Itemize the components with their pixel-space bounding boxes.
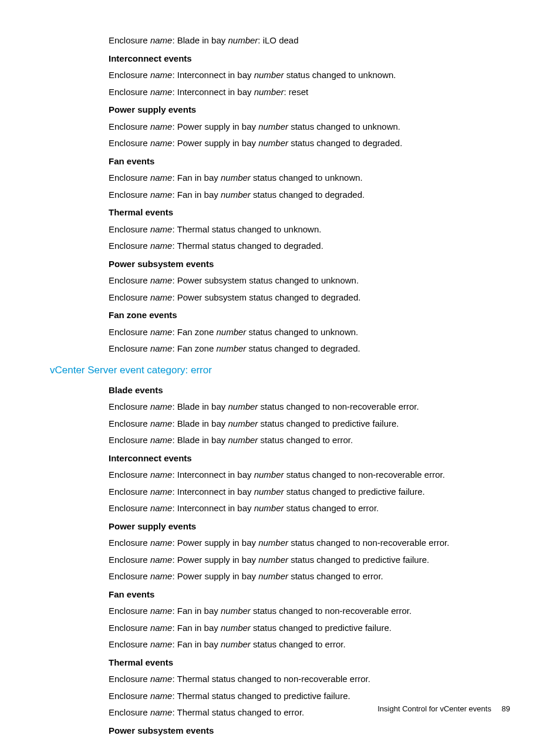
heading-power-sub: Power subsystem events bbox=[109, 723, 510, 740]
footer-text: Insight Control for vCenter events bbox=[377, 704, 491, 713]
event-line: Enclosure name: Interconnect in bay numb… bbox=[109, 467, 510, 484]
event-line: Enclosure name: Interconnect in bay numb… bbox=[109, 84, 510, 101]
heading-power-supply: Power supply events bbox=[109, 102, 510, 119]
heading-interconnect: Interconnect events bbox=[109, 450, 510, 467]
event-line: Enclosure name: Fan in bay number status… bbox=[109, 636, 510, 653]
event-line: Enclosure name: Fan in bay number status… bbox=[109, 187, 510, 204]
event-line: Enclosure name: Interconnect in bay numb… bbox=[109, 500, 510, 517]
event-line: Enclosure name: Power supply in bay numb… bbox=[109, 135, 510, 152]
heading-thermal: Thermal events bbox=[109, 654, 510, 671]
section-heading-error: vCenter Server event category: error bbox=[50, 361, 510, 380]
event-line: Enclosure name: Blade in bay number: iLO… bbox=[109, 32, 510, 49]
event-line: Enclosure name: Power supply in bay numb… bbox=[109, 119, 510, 136]
event-line: Enclosure name: Power supply in bay numb… bbox=[109, 535, 510, 552]
event-line: Enclosure name: Fan zone number status c… bbox=[109, 324, 510, 341]
event-line: Enclosure name: Interconnect in bay numb… bbox=[109, 67, 510, 84]
heading-thermal: Thermal events bbox=[109, 204, 510, 221]
event-line: Enclosure name: Thermal status changed t… bbox=[109, 238, 510, 255]
heading-power-sub: Power subsystem events bbox=[109, 256, 510, 273]
event-line: Enclosure name: Blade in bay number stat… bbox=[109, 416, 510, 433]
event-line: Enclosure name: Blade in bay number stat… bbox=[109, 399, 510, 416]
event-line: Enclosure name: Interconnect in bay numb… bbox=[109, 484, 510, 501]
heading-fan: Fan events bbox=[109, 586, 510, 603]
event-line: Enclosure name: Fan in bay number status… bbox=[109, 620, 510, 637]
event-line: Enclosure name: Power supply in bay numb… bbox=[109, 552, 510, 569]
event-line: Enclosure name: Fan zone number status c… bbox=[109, 340, 510, 357]
heading-power-supply: Power supply events bbox=[109, 518, 510, 535]
event-line: Enclosure name: Power subsystem status c… bbox=[109, 289, 510, 306]
heading-blade: Blade events bbox=[109, 382, 510, 399]
heading-interconnect: Interconnect events bbox=[109, 50, 510, 67]
event-line: Enclosure name: Fan in bay number status… bbox=[109, 170, 510, 187]
event-line: Enclosure name: Fan in bay number status… bbox=[109, 603, 510, 620]
heading-fan-zone: Fan zone events bbox=[109, 307, 510, 324]
event-line: Enclosure name: Blade in bay number stat… bbox=[109, 432, 510, 449]
event-line: Enclosure name: Thermal status changed t… bbox=[109, 671, 510, 688]
page-number: 89 bbox=[502, 704, 510, 713]
event-line: Enclosure name: Thermal status changed t… bbox=[109, 221, 510, 238]
page-footer: Insight Control for vCenter events 89 bbox=[377, 702, 510, 717]
event-line: Enclosure name: Power supply in bay numb… bbox=[109, 568, 510, 585]
event-line: Enclosure name: Power subsystem status c… bbox=[109, 272, 510, 289]
heading-fan: Fan events bbox=[109, 153, 510, 170]
